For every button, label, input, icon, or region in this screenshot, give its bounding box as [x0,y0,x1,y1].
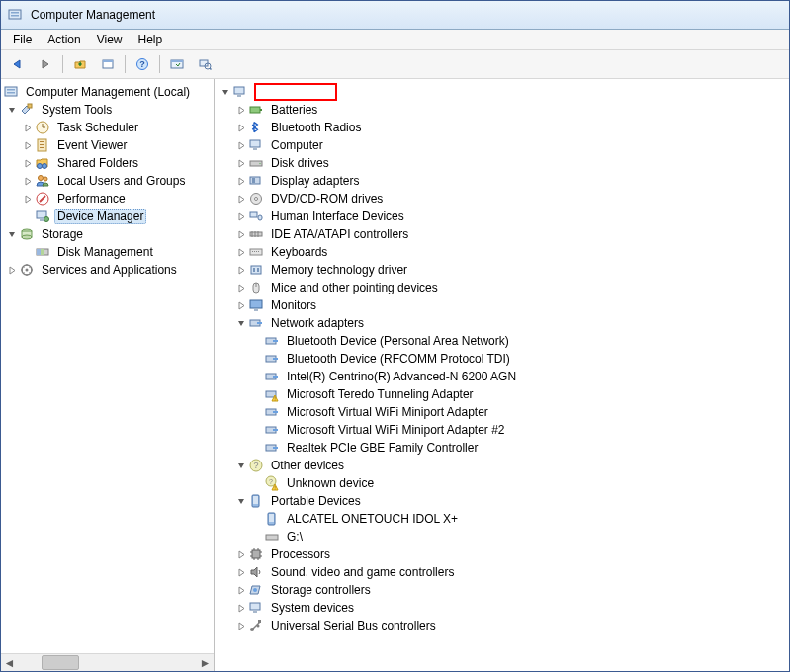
device-tree[interactable]: Batteries Bluetooth Radios Computer Disk… [215,79,789,671]
device-net-0[interactable]: Bluetooth Device (Personal Area Network) [215,332,789,350]
collapse-icon[interactable] [5,227,19,241]
collapse-icon[interactable] [234,459,248,472]
node-label: Storage controllers [268,582,374,598]
expand-icon[interactable] [234,583,248,597]
node-disk-management[interactable]: Disk Management [1,243,214,261]
node-device-manager[interactable]: Device Manager [1,208,214,225]
node-local-users[interactable]: Local Users and Groups [1,172,214,190]
category-other[interactable]: ?Other devices [215,457,789,474]
node-services[interactable]: Services and Applications [1,261,214,279]
expand-icon[interactable] [234,263,248,277]
category-dvd[interactable]: DVD/CD-ROM drives [215,190,789,208]
scroll-thumb[interactable] [42,655,79,670]
expand-icon[interactable] [234,103,248,117]
svg-rect-69 [254,309,258,311]
category-bluetooth[interactable]: Bluetooth Radios [215,119,789,136]
category-computer[interactable]: Computer [215,136,789,154]
sound-icon [248,564,264,580]
forward-button[interactable] [33,52,58,76]
expand-icon[interactable] [234,298,248,312]
horizontal-scrollbar[interactable]: ◄ ► [1,653,214,671]
node-performance[interactable]: Performance [1,190,214,208]
event-viewer-icon [35,137,50,153]
expand-icon[interactable] [234,601,248,615]
properties-button[interactable] [95,52,121,76]
category-display[interactable]: Display adapters [215,172,789,190]
expand-icon[interactable] [234,210,248,223]
expand-icon[interactable] [234,547,248,561]
expand-icon[interactable] [5,263,19,277]
node-computer-management[interactable]: Computer Management (Local) [1,83,214,101]
category-keyboards[interactable]: Keyboards [215,243,789,261]
category-ide[interactable]: IDE ATA/ATAPI controllers [215,225,789,243]
help-button[interactable]: ? [130,52,155,76]
view-button[interactable] [164,52,190,76]
node-system-tools[interactable]: System Tools [1,101,214,119]
up-folder-button[interactable] [67,52,93,76]
device-net-4[interactable]: Microsoft Virtual WiFi Miniport Adapter [215,403,789,421]
performance-icon [35,191,50,207]
expand-icon[interactable] [234,565,248,579]
expand-icon[interactable] [234,619,248,632]
node-event-viewer[interactable]: Event Viewer [1,136,214,154]
node-task-scheduler[interactable]: Task Scheduler [1,119,214,136]
collapse-icon[interactable] [234,316,248,330]
scan-button[interactable] [192,52,218,76]
expand-icon[interactable] [21,138,35,152]
scroll-right-button[interactable]: ► [197,655,214,670]
category-portable[interactable]: Portable Devices [215,492,789,510]
category-processors[interactable]: Processors [215,546,789,563]
device-portable-1[interactable]: G:\ [215,528,789,546]
category-system[interactable]: System devices [215,599,789,617]
collapse-icon[interactable] [234,494,248,508]
svg-point-26 [44,177,47,181]
expand-icon[interactable] [234,192,248,206]
category-batteries[interactable]: Batteries [215,101,789,119]
expand-icon[interactable] [234,281,248,294]
expand-icon[interactable] [21,192,35,206]
device-net-3[interactable]: !Microsoft Teredo Tunneling Adapter [215,385,789,403]
device-portable-0[interactable]: ALCATEL ONETOUCH IDOL X+ [215,510,789,528]
navigation-tree[interactable]: Computer Management (Local) System Tools… [1,79,215,671]
expand-icon[interactable] [21,156,35,170]
expand-icon[interactable] [234,227,248,241]
category-network[interactable]: Network adapters [215,314,789,332]
menu-action[interactable]: Action [40,33,88,46]
node-shared-folders[interactable]: Shared Folders [1,154,214,172]
category-sound[interactable]: Sound, video and game controllers [215,563,789,581]
expand-icon[interactable] [21,174,35,188]
node-storage[interactable]: Storage [1,225,214,243]
node-label: Other devices [268,458,347,473]
category-hid[interactable]: Human Interface Devices [215,208,789,225]
expand-icon[interactable] [234,156,248,170]
menu-view[interactable]: View [89,33,131,46]
category-mice[interactable]: Mice and other pointing devices [215,279,789,296]
menu-help[interactable]: Help [131,33,171,46]
menu-file[interactable]: File [5,33,40,46]
device-net-2[interactable]: Intel(R) Centrino(R) Advanced-N 6200 AGN [215,368,789,385]
device-unknown[interactable]: ?!Unknown device [215,474,789,492]
device-net-5[interactable]: Microsoft Virtual WiFi Miniport Adapter … [215,421,789,439]
toolbar-separator [125,55,126,73]
disk-icon [248,155,264,171]
svg-point-25 [39,176,44,181]
collapse-icon[interactable] [5,103,19,117]
category-monitors[interactable]: Monitors [215,296,789,314]
svg-rect-30 [40,219,44,221]
device-net-6[interactable]: Realtek PCIe GBE Family Controller [215,439,789,457]
category-storage-ctrl[interactable]: Storage controllers [215,581,789,599]
expand-icon[interactable] [234,138,248,152]
expand-icon[interactable] [21,121,35,134]
scroll-left-button[interactable]: ◄ [1,655,18,670]
expand-icon[interactable] [234,245,248,259]
node-label: Computer [268,137,326,153]
category-memory-tech[interactable]: Memory technology driver [215,261,789,279]
expand-icon[interactable] [234,121,248,134]
device-root[interactable] [215,83,789,101]
category-disk-drives[interactable]: Disk drives [215,154,789,172]
collapse-icon[interactable] [219,85,232,99]
back-button[interactable] [5,52,31,76]
device-net-1[interactable]: Bluetooth Device (RFCOMM Protocol TDI) [215,350,789,368]
category-usb[interactable]: Universal Serial Bus controllers [215,617,789,634]
expand-icon[interactable] [234,174,248,188]
